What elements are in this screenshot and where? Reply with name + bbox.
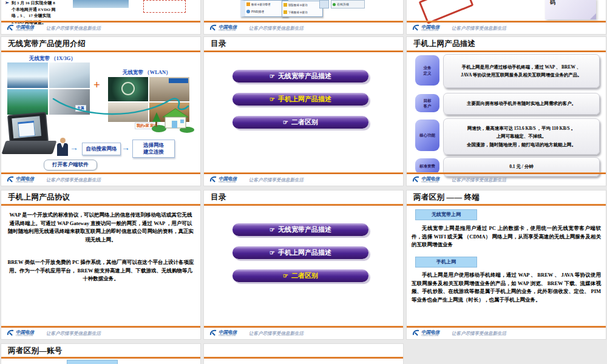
laptop-illustration — [4, 113, 56, 156]
slide-client-software[interactable]: 数据卡驱动管理▸ PIN码管理▸ 国际数据卡驱动 下载数据卡驱动 在线升级 中国… — [204, 0, 403, 34]
slide-footer: 中国电信CHINA TELECOM 让客户尽情享受信息新生活 — [204, 21, 403, 34]
toc-button-wireless: ☞无线宽带产品描述 — [232, 70, 368, 83]
slide-title: 手机上网产品描述 — [413, 39, 475, 49]
china-telecom-logo: 中国电信CHINA TELECOM — [412, 329, 439, 337]
slide-footer: 中国电信CHINA TELECOM 让客户尽情享受信息新生活 — [407, 172, 606, 186]
box-line: 网速快，最高速率可达 153.6 KB/S ，平均 110 KB/S 。 — [444, 124, 599, 132]
title-underline — [407, 50, 606, 52]
person-head — [60, 138, 66, 143]
title-underline — [1, 357, 200, 359]
logo-text-en: CHINA TELECOM — [219, 30, 237, 32]
slide-footer: 中国电信CHINA TELECOM 让客户尽情享受信息新生活 — [1, 21, 200, 34]
china-telecom-logo-icon — [7, 24, 15, 32]
box-line: JAVA 等协议使用互联网服务及相关互联网增值业务的产品。 — [444, 71, 599, 79]
footer-slogan: 让客户尽情享受信息新生活 — [452, 25, 506, 32]
photo-windfarm — [7, 62, 48, 88]
toc-button-label: 无线宽带产品描述 — [278, 72, 331, 79]
footer-slogan: 让客户尽情享受信息新生活 — [249, 331, 304, 337]
slide-wireless-usage-intro[interactable]: 无线宽带产品使用介绍 无线宽带 （1X/3G） 无线宽带 （WLAN） 天翼 +… — [1, 37, 200, 186]
china-telecom-logo: 中国电信CHINA TELECOM — [7, 176, 34, 184]
slide-mobile-product[interactable]: 手机上网产品描述 业务 定义 手机上网是用户通过移动手机终端，通过 WAP 、 … — [407, 37, 606, 186]
toc-button-label: 二者区别 — [291, 118, 318, 126]
title-underline — [204, 204, 403, 206]
box-line: 0.1 元 / 分钟 — [444, 163, 599, 170]
slide-title: 两者区别 —— 终端 — [413, 192, 480, 203]
slide-title: 手机上网产品协议 — [8, 192, 70, 203]
footer-rule — [204, 326, 403, 328]
slide-account-difference[interactable]: 两者区别—账号 — [1, 344, 200, 364]
china-telecom-logo: 中国电信CHINA TELECOM — [209, 329, 237, 337]
footer-slogan: 让客户尽情享受信息新生活 — [452, 177, 506, 183]
label-wireless-broadband: 无线宽带上网 — [415, 209, 477, 220]
footer-slogan: 让客户尽情享受信息新生活 — [46, 177, 101, 183]
label-mobile-internet: 手机上网 — [415, 257, 477, 268]
clipped-photo — [73, 0, 129, 8]
wireless-paragraph: 无线宽带上网是指用户通过 PC 上的数据卡，使用统一的无线宽带客户端软件，选择 … — [412, 224, 601, 249]
slide-toc-mobile-highlight[interactable]: 目录 ☞无线宽带产品描述 ☞手机上网产品描述 ☞二者区别 中国电信CHINA T… — [204, 37, 403, 186]
china-telecom-logo: 中国电信CHINA TELECOM — [412, 176, 439, 184]
toc-button-label: 手机上网产品描述 — [278, 95, 331, 103]
slide-terminal-difference[interactable]: 两者区别 —— 终端 无线宽带上网 无线宽带上网是指用户通过 PC 上的数据卡，… — [407, 190, 606, 339]
box-definition: 手机上网是用户通过移动手机终端，通过 WAP 、 BREW 、 JAVA 等协议… — [443, 54, 600, 88]
box-core-function: 网速快，最高速率可达 153.6 KB/S ，平均 110 KB/S 。 上网可… — [443, 118, 600, 155]
flow-arrow-icon: → — [70, 144, 78, 152]
label-clipped — [67, 360, 118, 364]
toc-button-wireless: ☞无线宽带产品描述 — [232, 223, 368, 236]
footer-slogan: 让客户尽情享受信息新生活 — [249, 177, 304, 183]
menu-item: 国际数据卡驱动 — [282, 1, 322, 8]
box-target-customer: 主要面向拥有移动手机并有随时实地上网需求的客户。 — [443, 93, 600, 115]
laptop-base — [1, 141, 56, 154]
footer-slogan: 让客户尽情享受信息新生活 — [46, 25, 101, 32]
footer-slogan: 让客户尽情享受信息新生活 — [249, 25, 304, 32]
logo-text-en: CHINA TELECOM — [421, 181, 439, 184]
flow-step-search: 自动搜索网络 — [82, 143, 121, 155]
menu-item: 下载数据卡驱动 — [282, 8, 322, 16]
slide-footer: 中国电信CHINA TELECOM 让客户尽情享受信息新生活 — [204, 326, 403, 339]
slide-footer: 中国电信CHINA TELECOM 让客户尽情享受信息新生活 — [407, 21, 606, 34]
toc-button-mobile: ☞手机上网产品描述 — [232, 246, 368, 259]
mobile-paragraph: 手机上网是用户使用移动手机终端，通过 WAP 、 BREW 、 JAVA 等协议… — [412, 271, 601, 304]
pin-manager-icon — [246, 10, 250, 13]
sticky-note: 码 — [545, 0, 596, 19]
china-telecom-logo-icon — [209, 176, 217, 184]
china-telecom-logo: 中国电信CHINA TELECOM — [209, 24, 237, 32]
china-telecom-logo: 中国电信CHINA TELECOM — [7, 24, 34, 32]
slide-title: 目录 — [211, 192, 226, 203]
toc-button-difference: ☞二者区别 — [232, 116, 368, 129]
footer-rule — [407, 326, 606, 328]
title-underline — [204, 357, 403, 359]
slide-footer: 中国电信CHINA TELECOM 让客户尽情享受信息新生活 — [407, 326, 606, 339]
slide-toc-difference-highlight[interactable]: 目录 ☞无线宽带产品描述 ☞手机上网产品描述 ☞二者区别 中国电信CHINA T… — [204, 190, 403, 339]
slide-footer: 中国电信CHINA TELECOM 让客户尽情享受信息新生活 — [1, 326, 200, 339]
box-line: 全国漫游，随时随地使用，能打电话的地方就能上网。 — [444, 141, 599, 149]
toc-button-label: 二者区别 — [291, 272, 318, 279]
slide-seal-note[interactable]: 码 中国电信CHINA TELECOM 让客户尽情享受信息新生活 — [407, 0, 606, 34]
slide-clipped-blank[interactable] — [204, 344, 403, 364]
tray-icon-screenshot — [319, 0, 329, 8]
box-line: 手机上网是用户通过移动手机终端，通过 WAP 、 BREW 、 — [444, 63, 599, 71]
photo-skier — [49, 62, 90, 88]
slide-evdo-network[interactable]: ➢ 到 3 月 16 日实现全疆 8 个本地网开通 EVDO 网 络，5 、 1… — [1, 0, 200, 34]
flow-arrow-icon: → — [121, 144, 130, 152]
menu-item-label: 国际数据卡驱动 — [288, 4, 308, 7]
tag-core-function: 核心功能 — [415, 120, 439, 151]
photo-palms — [7, 89, 48, 115]
menu-item-label: 数据卡驱动管理 — [251, 3, 271, 6]
download-driver-icon — [283, 10, 287, 14]
china-telecom-logo-icon — [412, 24, 420, 32]
dashed-callout-box — [143, 0, 186, 13]
title-underline — [1, 50, 200, 52]
hand-icon: ☞ — [283, 119, 288, 126]
china-telecom-logo-icon — [412, 329, 420, 337]
upgrade-icon — [333, 3, 336, 6]
logo-text-en: CHINA TELECOM — [16, 181, 34, 184]
china-telecom-logo: 中国电信CHINA TELECOM — [412, 24, 439, 32]
slide-footer: 中国电信CHINA TELECOM 让客户尽情享受信息新生活 — [204, 172, 403, 186]
hand-icon: ☞ — [270, 249, 275, 256]
hand-icon: ☞ — [270, 226, 275, 233]
driver-submenu-screenshot: 国际数据卡驱动 下载数据卡驱动 — [282, 1, 323, 17]
caption-3g: 无线宽带 （1X/3G） — [29, 55, 76, 62]
laptop-display — [12, 116, 41, 138]
person-figure — [56, 138, 69, 156]
slide-protocol[interactable]: 手机上网产品协议 WAP 是一个开放式的标准协议，可以把网络上的信息传送到移动电… — [1, 190, 200, 339]
